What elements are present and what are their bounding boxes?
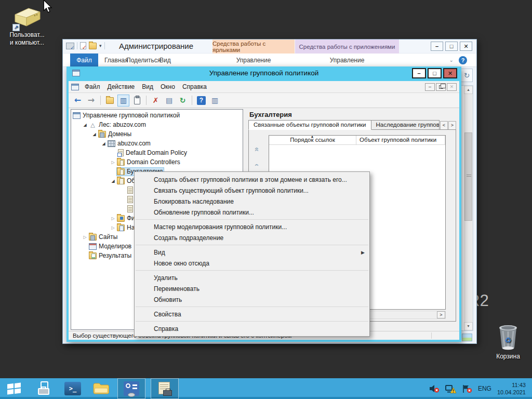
tab-scroll-right-icon[interactable]: > <box>448 121 456 130</box>
tree-item[interactable]: Default Domain Policy <box>71 148 243 157</box>
taskbar-clock[interactable]: 11:43 10.04.2021 <box>497 381 526 396</box>
taskbar-server-manager-button[interactable] <box>33 378 56 399</box>
menu-item-label: Создать объект групповой политики в этом… <box>154 176 347 183</box>
menu-item-properties[interactable]: Свойства <box>135 309 369 320</box>
tab-linked-gpos[interactable]: Связанные объекты групповой политики <box>248 120 371 130</box>
menu-item-delete[interactable]: Удалить <box>135 272 369 283</box>
language-indicator[interactable]: ENG <box>478 385 491 392</box>
up-folder-icon[interactable] <box>104 95 116 107</box>
explorer-vertical-scrollbar[interactable]: ▲ ▼ <box>464 86 473 330</box>
qat-dropdown-icon[interactable]: ▾ <box>99 43 102 48</box>
taskbar-powershell-button[interactable]: >_ <box>61 378 84 399</box>
tree-item[interactable]: Управление групповой политикой <box>71 111 243 120</box>
recycle-bin[interactable]: ♻ Корзина <box>486 322 530 360</box>
paste-icon[interactable] <box>131 95 143 107</box>
close-button[interactable]: ✕ <box>460 42 472 51</box>
scrollbar-thumb[interactable] <box>464 132 472 221</box>
menu-item-link-existing-gpo[interactable]: Связать существующий объект групповой по… <box>135 185 369 196</box>
gpmc-titlebar[interactable]: Управление групповой политикой – □ ✕ <box>69 66 459 81</box>
action-center-flag-icon[interactable] <box>462 384 472 393</box>
expander-closed-icon[interactable]: ▷ <box>110 216 116 221</box>
gpmc-menu-view[interactable]: Вид <box>138 82 157 91</box>
network-warning-icon[interactable] <box>445 384 456 393</box>
child-close-button[interactable]: ✕ <box>447 83 457 91</box>
show-tree-icon[interactable]: ▥ <box>117 95 129 107</box>
menu-item-create-link-gpo[interactable]: Создать объект групповой политики в этом… <box>135 174 369 185</box>
expander-closed-icon[interactable]: ▷ <box>82 235 88 240</box>
column-gpo[interactable]: Объект групповой политики <box>356 136 445 144</box>
taskbar-file-explorer-button[interactable] <box>89 378 112 399</box>
menu-item-modeling-wizard[interactable]: Мастер моделирования групповой политики.… <box>135 221 369 232</box>
expander-closed-icon[interactable]: ▷ <box>110 225 116 230</box>
scroll-up-icon[interactable]: ▲ <box>464 86 473 94</box>
column-link-order[interactable]: ▲Порядок ссылок <box>269 136 356 144</box>
maximize-button[interactable]: □ <box>445 42 458 51</box>
gpmc-menu-file[interactable]: Файл <box>81 82 104 91</box>
tree-item[interactable]: ▷Domain Controllers <box>71 157 243 167</box>
taskbar-admin-tools-button[interactable] <box>117 378 145 399</box>
context-menu: Создать объект групповой политики в этом… <box>134 171 370 337</box>
expander-open-icon[interactable]: ◢ <box>82 123 88 127</box>
new-folder-icon[interactable] <box>89 43 97 49</box>
gpmc-minimize-button[interactable]: – <box>412 68 426 78</box>
forward-icon[interactable]: → <box>85 95 97 107</box>
menu-item-label: Связать существующий объект групповой по… <box>154 187 309 194</box>
minimize-button[interactable]: – <box>431 42 443 51</box>
tree-item[interactable]: ◢abuzov.com <box>71 139 243 148</box>
menu-item-block-inheritance[interactable]: Блокировать наследование <box>135 196 369 207</box>
menu-item-new-ou[interactable]: Создать подразделение <box>135 232 369 243</box>
tree-item[interactable]: ◢Домены <box>71 129 243 139</box>
system-icon[interactable] <box>66 43 74 49</box>
expander-open-icon[interactable]: ◢ <box>110 179 116 183</box>
tab-scroll-left-icon[interactable]: < <box>440 121 448 130</box>
qat-separator <box>77 42 77 49</box>
taskbar-gpmc-button[interactable] <box>151 378 179 399</box>
gpmc-menu-action[interactable]: Действие <box>104 82 139 91</box>
refresh-icon[interactable]: ↻ <box>177 95 189 107</box>
tree-item-content: △Лес: abuzov.com <box>88 121 148 129</box>
start-button[interactable] <box>0 378 28 399</box>
address-refresh-icon[interactable]: ↻ <box>461 69 473 82</box>
help-icon[interactable]: ? <box>195 95 207 107</box>
scroll-right-icon[interactable]: > <box>437 311 445 318</box>
export-list-icon[interactable]: ▥ <box>209 95 221 107</box>
chevron-down-icon[interactable]: ⌄ <box>449 57 454 63</box>
menu-item-gp-update[interactable]: Обновление групповой политики... <box>135 207 369 218</box>
volume-muted-icon[interactable] <box>429 384 440 393</box>
move-top-icon[interactable]: « <box>250 143 264 155</box>
tree-item[interactable]: ◢△Лес: abuzov.com <box>71 120 243 129</box>
scroll-down-icon[interactable]: ▼ <box>464 322 473 330</box>
recycle-bin-icon: ♻ <box>496 322 520 351</box>
child-minimize-button[interactable]: – <box>425 83 435 91</box>
expander-open-icon[interactable]: ◢ <box>91 132 98 137</box>
delete-icon[interactable]: ✗ <box>150 95 162 107</box>
back-icon[interactable]: ← <box>72 95 84 107</box>
expander-closed-icon[interactable]: ▷ <box>110 160 116 165</box>
menu-item-rename[interactable]: Переименовать <box>135 283 369 294</box>
tab-file[interactable]: Файл <box>70 54 98 67</box>
gpmc-menu-window[interactable]: Окно <box>157 82 179 91</box>
thumbnail-view-icon[interactable] <box>462 334 472 341</box>
gpmc-menu-help[interactable]: Справка <box>179 82 210 91</box>
explorer-titlebar[interactable]: ▾ Администрирование Средства работы с яр… <box>63 39 476 54</box>
properties-icon[interactable]: ▤ <box>163 95 175 107</box>
desktop-shortcut-ad-users[interactable]: ↗ Пользоват... и компьют... <box>3 4 51 47</box>
tree-item-content: Управление групповой политикой <box>72 111 181 120</box>
tab-gp-inheritance[interactable]: Наследование групповой п <box>371 120 440 130</box>
tab-manage-app-tools[interactable]: Управление <box>295 54 399 67</box>
gpmc-close-button[interactable]: ✕ <box>443 68 457 78</box>
tab-view[interactable]: Вид <box>155 54 175 67</box>
gpmc-maximize-button[interactable]: □ <box>428 68 442 78</box>
move-up-icon[interactable]: ‹ <box>250 159 264 170</box>
expander-open-icon[interactable]: ◢ <box>100 141 107 146</box>
menu-item-refresh[interactable]: Обновить <box>135 294 369 305</box>
child-restore-button[interactable] <box>436 83 446 91</box>
menu-item-label: Удалить <box>154 274 178 282</box>
properties-checked-doc-icon[interactable] <box>80 42 86 49</box>
menu-item-view[interactable]: Вид▶ <box>135 247 369 258</box>
tab-manage-shortcut-tools[interactable]: Управление <box>212 54 295 67</box>
menu-item-help[interactable]: Справка <box>135 323 369 334</box>
menu-item-new-window[interactable]: Новое окно отсюда <box>135 258 369 269</box>
explorer-help-icon[interactable]: ? <box>459 56 467 64</box>
wmi-folder-icon <box>117 215 125 222</box>
